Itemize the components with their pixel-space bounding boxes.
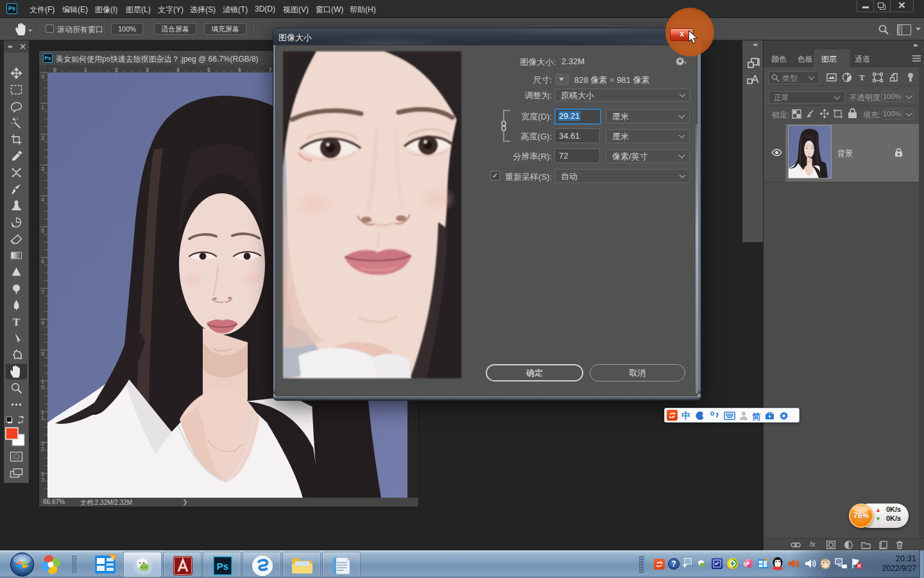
svg-text:2: 2 [41, 135, 44, 141]
svg-text:0: 0 [41, 73, 44, 80]
svg-text:4: 4 [41, 197, 44, 203]
svg-text:1: 1 [41, 415, 44, 421]
svg-text:6: 6 [41, 258, 44, 265]
svg-text:5: 5 [41, 227, 44, 234]
svg-text:2: 2 [41, 446, 44, 452]
svg-text:3: 3 [41, 166, 44, 172]
svg-text:T: T [13, 316, 21, 328]
svg-text:9: 9 [41, 351, 44, 357]
svg-text:3: 3 [41, 477, 44, 483]
svg-text:0: 0 [41, 384, 44, 390]
svg-text:Ps: Ps [217, 561, 228, 572]
svg-text:A: A [751, 73, 759, 85]
svg-text:1: 1 [41, 104, 44, 110]
svg-text:76: 76 [110, 555, 115, 559]
svg-text:7: 7 [41, 289, 44, 295]
svg-text:8: 8 [41, 320, 44, 326]
